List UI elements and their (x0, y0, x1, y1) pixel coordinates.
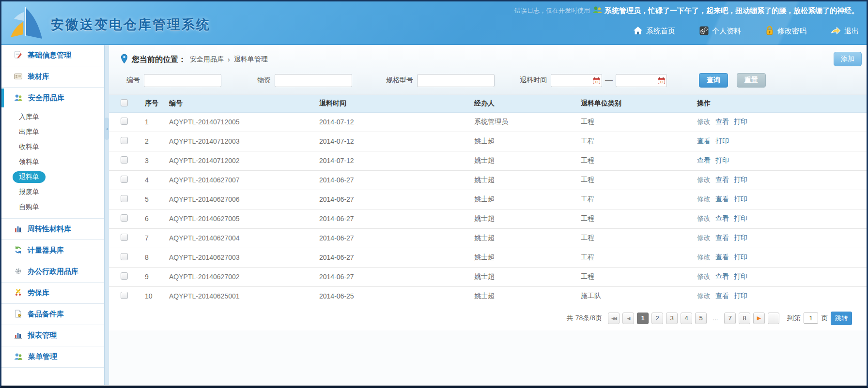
sidebar-subitem-requisition[interactable]: 领料单 (1, 154, 104, 169)
sidebar-group-turnover-materials: 周转性材料库 (1, 218, 104, 239)
print-link[interactable]: 打印 (734, 234, 747, 241)
query-button[interactable]: 查询 (699, 73, 728, 88)
row-checkbox[interactable] (121, 156, 128, 164)
table-body: 1AQYPTL-201407120052014-07-12系统管理员工程修改查看… (109, 112, 867, 306)
print-link[interactable]: 打印 (715, 156, 729, 164)
prev-page-button[interactable]: ◀ (622, 313, 634, 324)
view-link[interactable]: 查看 (697, 156, 711, 164)
print-link[interactable]: 打印 (734, 272, 747, 280)
sidebar-item-measuring-tools[interactable]: 计量器具库 (1, 240, 104, 261)
sidebar-subitem-self-purchase[interactable]: 自购单 (1, 199, 104, 214)
return-orders-table: 序号 编号 退料时间 经办人 退料单位类别 操作 1AQYPTL-2014071… (109, 95, 867, 306)
edit-link[interactable]: 修改 (697, 214, 711, 222)
sidebar-item-safety-supplies[interactable]: 安全用品库 (1, 88, 104, 108)
edit-link[interactable]: 修改 (697, 272, 711, 280)
calendar-icon: 13 (658, 77, 665, 84)
edit-link[interactable]: 修改 (697, 195, 711, 203)
sidebar-subitem-outbound[interactable]: 出库单 (1, 124, 104, 139)
print-link[interactable]: 打印 (734, 176, 747, 183)
select-all-checkbox[interactable] (121, 99, 128, 106)
row-checkbox[interactable] (121, 118, 128, 125)
print-link[interactable]: 打印 (734, 118, 747, 125)
view-link[interactable]: 查看 (715, 272, 729, 280)
sidebar-subitem-return[interactable]: 退料单 (1, 169, 104, 184)
nav-home[interactable]: 系统首页 (633, 26, 675, 36)
breadcrumb-current: 退料单管理 (234, 55, 268, 64)
sidebar-item-office-supplies[interactable]: 办公行政用品库 (1, 261, 104, 282)
add-button[interactable]: 添加 (834, 52, 862, 66)
reset-button[interactable]: 重置 (737, 73, 766, 88)
sidebar-collapse-handle[interactable]: ◂ (105, 118, 109, 140)
row-checkbox[interactable] (121, 292, 128, 299)
main-content: 您当前的位置： 安全用品库 › 退料单管理 添加 编号 物资 规格型号 退料时间 (109, 45, 867, 385)
sidebar-item-report-mgmt[interactable]: 报表管理 (1, 325, 104, 346)
code-field[interactable] (144, 74, 221, 87)
view-link[interactable]: 查看 (715, 118, 729, 125)
print-link[interactable]: 打印 (715, 137, 729, 145)
nav-profile[interactable]: 个人资料 (699, 26, 741, 37)
print-link[interactable]: 打印 (734, 253, 747, 261)
jump-button[interactable]: 跳转 (831, 312, 852, 325)
sidebar-subitem-receive[interactable]: 收料单 (1, 139, 104, 154)
edit-link[interactable]: 修改 (697, 118, 711, 125)
sidebar-item-packing-materials[interactable]: 装材库 (1, 66, 104, 87)
breadcrumb-parent[interactable]: 安全用品库 (190, 55, 224, 64)
edit-link[interactable]: 修改 (697, 253, 711, 261)
sidebar-item-turnover-materials[interactable]: 周转性材料库 (1, 219, 104, 239)
view-link[interactable]: 查看 (697, 137, 711, 145)
spec-field[interactable] (417, 74, 495, 87)
tools-icon (14, 288, 22, 298)
row-checkbox[interactable] (121, 195, 128, 202)
print-link[interactable]: 打印 (734, 292, 747, 299)
goto-page-input[interactable] (804, 313, 818, 324)
page-ellipsis: ... (710, 313, 721, 324)
first-page-button[interactable]: ◀◀ (608, 313, 620, 324)
view-link[interactable]: 查看 (715, 234, 729, 241)
active-indicator (1, 89, 4, 107)
cell-code: AQYPTL-20140627007 (169, 170, 319, 190)
next-page-button[interactable]: ▶ (753, 313, 765, 324)
page-button-4[interactable]: 4 (681, 313, 692, 324)
print-link[interactable]: 打印 (734, 195, 747, 203)
row-checkbox[interactable] (121, 272, 128, 280)
view-link[interactable]: 查看 (715, 292, 729, 299)
page-button-1[interactable]: 1 (637, 313, 649, 324)
cell-handler: 姚士超 (474, 228, 581, 248)
view-link[interactable]: 查看 (715, 253, 729, 261)
cell-actions: 修改查看打印 (697, 248, 867, 267)
page-button-5[interactable]: 5 (695, 313, 707, 324)
cell-category: 工程 (581, 132, 697, 151)
row-checkbox[interactable] (121, 253, 128, 260)
edit-link[interactable]: 修改 (697, 176, 711, 183)
row-checkbox[interactable] (121, 214, 128, 222)
material-field[interactable] (275, 74, 352, 87)
cell-handler: 姚士超 (474, 170, 581, 190)
edit-link[interactable]: 修改 (697, 234, 711, 241)
row-checkbox[interactable] (121, 176, 128, 183)
print-link[interactable]: 打印 (734, 214, 747, 222)
page-button-2[interactable]: 2 (651, 313, 663, 324)
last-page-button[interactable] (768, 313, 779, 324)
view-link[interactable]: 查看 (715, 176, 729, 183)
sidebar-subitem-scrap[interactable]: 报废单 (1, 184, 104, 199)
view-link[interactable]: 查看 (715, 195, 729, 203)
row-checkbox[interactable] (121, 234, 128, 241)
sidebar-subitem-inbound[interactable]: 入库单 (1, 109, 104, 124)
page-button-7[interactable]: 7 (724, 313, 736, 324)
sidebar-item-spare-parts[interactable]: 备品备件库 (1, 304, 104, 325)
page-button-3[interactable]: 3 (666, 313, 678, 324)
cell-handler: 姚士超 (474, 151, 581, 170)
page-button-8[interactable]: 8 (739, 313, 750, 324)
cell-actions: 修改查看打印 (697, 170, 867, 190)
nav-password[interactable]: 修改密码 (765, 26, 806, 37)
pagination-bar: 共 78条/8页 ◀◀ ◀ 12345...78 ▶ 到第 页 跳转 (109, 306, 867, 330)
edit-link[interactable]: 修改 (697, 292, 711, 299)
sidebar-item-labor-protection[interactable]: 劳保库 (1, 283, 104, 303)
sidebar-item-menu-mgmt[interactable]: 菜单管理 (1, 346, 104, 367)
sidebar-item-basic-info[interactable]: 基础信息管理 (1, 45, 104, 66)
table-row: 9AQYPTL-201406270022014-06-27姚士超工程修改查看打印 (109, 267, 867, 286)
cell-date: 2014-06-27 (319, 209, 474, 228)
nav-logout[interactable]: 退出 (831, 27, 859, 36)
view-link[interactable]: 查看 (715, 214, 729, 222)
row-checkbox[interactable] (121, 137, 128, 144)
